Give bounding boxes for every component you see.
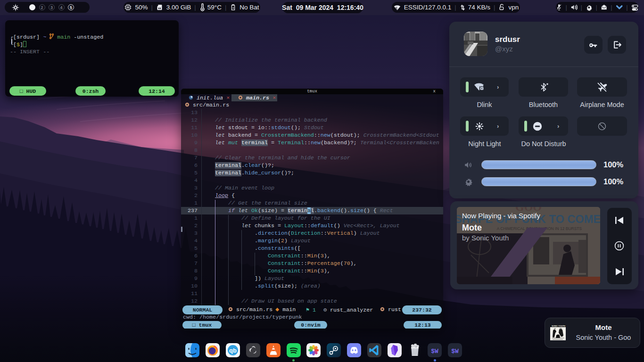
svg-text:qb: qb: [229, 347, 237, 354]
svg-text:$W: $W: [431, 348, 438, 355]
svg-text:$W: $W: [451, 348, 459, 355]
svg-text:SONIC YOUTH: SONIC YOUTH: [552, 325, 565, 327]
